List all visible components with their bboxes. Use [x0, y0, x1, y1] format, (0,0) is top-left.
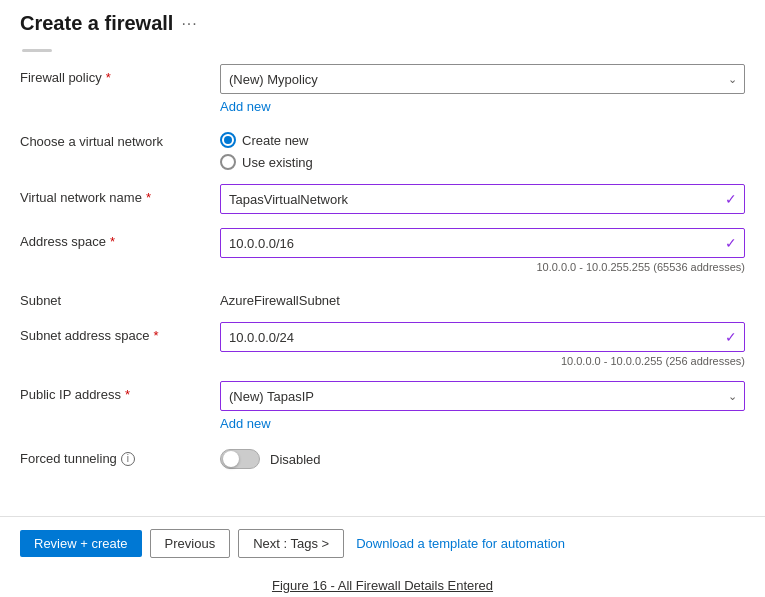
- public-ip-label: Public IP address *: [20, 381, 220, 402]
- firewall-policy-label: Firewall policy *: [20, 64, 220, 85]
- radio-create-new[interactable]: Create new: [220, 132, 745, 148]
- subnet-address-label: Subnet address space *: [20, 322, 220, 343]
- next-button[interactable]: Next : Tags >: [238, 529, 344, 558]
- public-ip-add-new-link[interactable]: Add new: [220, 416, 745, 431]
- radio-use-existing-input[interactable]: [220, 154, 236, 170]
- page-title-row: Create a firewall ···: [20, 12, 745, 35]
- address-space-field: ✓ 10.0.0.0 - 10.0.255.255 (65536 address…: [220, 228, 745, 273]
- forced-tunneling-info-icon[interactable]: i: [121, 452, 135, 466]
- review-create-button[interactable]: Review + create: [20, 530, 142, 557]
- required-marker: *: [106, 70, 111, 85]
- public-ip-select[interactable]: (New) TapasIP: [220, 381, 745, 411]
- required-marker-ip: *: [125, 387, 130, 402]
- radio-use-existing[interactable]: Use existing: [220, 154, 745, 170]
- required-marker-vnet: *: [146, 190, 151, 205]
- vnet-name-input-wrapper: ✓: [220, 184, 745, 214]
- required-marker-addr: *: [110, 234, 115, 249]
- subnet-label: Subnet: [20, 287, 220, 308]
- address-space-input[interactable]: [220, 228, 745, 258]
- subnet-value: AzureFirewallSubnet: [220, 287, 745, 308]
- vnet-name-label: Virtual network name *: [20, 184, 220, 205]
- forced-tunneling-toggle-container: Disabled: [220, 445, 745, 469]
- vnet-radio-group: Create new Use existing: [220, 128, 745, 170]
- previous-button[interactable]: Previous: [150, 529, 231, 558]
- ellipsis-button[interactable]: ···: [181, 15, 197, 33]
- page-title: Create a firewall: [20, 12, 173, 35]
- main-content: Create a firewall ··· Firewall policy * …: [0, 0, 765, 516]
- public-ip-input-wrapper: (New) TapasIP ⌄: [220, 381, 745, 411]
- download-template-link[interactable]: Download a template for automation: [356, 536, 565, 551]
- toggle-thumb: [223, 451, 239, 467]
- scroll-indicator: [22, 49, 52, 52]
- firewall-policy-select[interactable]: (New) Mypolicy: [220, 64, 745, 94]
- public-ip-field: (New) TapasIP ⌄ Add new: [220, 381, 745, 431]
- subnet-address-field: ✓ 10.0.0.0 - 10.0.0.255 (256 addresses): [220, 322, 745, 367]
- address-space-input-wrapper: ✓: [220, 228, 745, 258]
- forced-tunneling-state: Disabled: [270, 452, 321, 467]
- subnet-address-hint: 10.0.0.0 - 10.0.0.255 (256 addresses): [220, 355, 745, 367]
- radio-create-new-input[interactable]: [220, 132, 236, 148]
- vnet-name-input[interactable]: [220, 184, 745, 214]
- firewall-policy-input-wrapper: (New) Mypolicy ⌄: [220, 64, 745, 94]
- subnet-address-input[interactable]: [220, 322, 745, 352]
- radio-create-label: Create new: [242, 133, 308, 148]
- address-space-label: Address space *: [20, 228, 220, 249]
- forced-tunneling-label: Forced tunneling i: [20, 445, 220, 466]
- radio-use-label: Use existing: [242, 155, 313, 170]
- page-container: Create a firewall ··· Firewall policy * …: [0, 0, 765, 597]
- firewall-policy-field: (New) Mypolicy ⌄ Add new: [220, 64, 745, 114]
- form-grid: Firewall policy * (New) Mypolicy ⌄ Add n…: [20, 64, 745, 469]
- firewall-policy-add-new-link[interactable]: Add new: [220, 99, 745, 114]
- subnet-address-input-wrapper: ✓: [220, 322, 745, 352]
- vnet-name-field: ✓: [220, 184, 745, 214]
- choose-vnet-label: Choose a virtual network: [20, 128, 220, 149]
- figure-caption: Figure 16 - All Firewall Details Entered: [0, 570, 765, 597]
- forced-tunneling-toggle[interactable]: [220, 449, 260, 469]
- required-marker-subnet: *: [153, 328, 158, 343]
- address-space-hint: 10.0.0.0 - 10.0.255.255 (65536 addresses…: [220, 261, 745, 273]
- footer: Review + create Previous Next : Tags > D…: [0, 516, 765, 570]
